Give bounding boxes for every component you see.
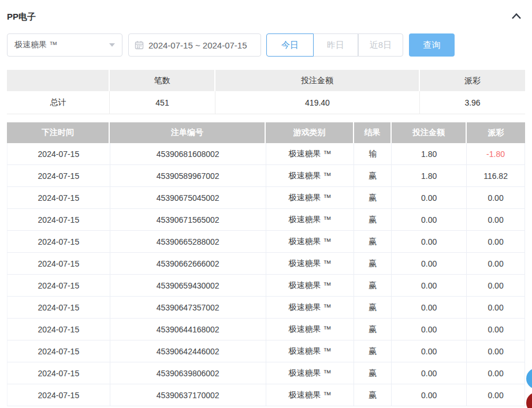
table-cell: 2024-07-15 bbox=[8, 362, 110, 384]
table-cell: 45390637170002 bbox=[110, 384, 266, 406]
table-cell: 0.00 bbox=[467, 209, 525, 230]
detail-column-header: 注单编号 bbox=[110, 122, 266, 143]
summary-column-header: 笔数 bbox=[110, 70, 215, 91]
table-cell: 0.00 bbox=[467, 253, 525, 274]
panel-header: PP电子 bbox=[7, 8, 524, 25]
table-cell: 0.00 bbox=[392, 209, 467, 230]
table-cell: 0.00 bbox=[467, 275, 525, 296]
table-cell: 116.82 bbox=[467, 165, 525, 186]
table-cell: 0.00 bbox=[467, 384, 525, 406]
table-cell: 2024-07-15 bbox=[8, 297, 110, 318]
table-row: 2024-07-1545390642446002极速糖果 ™赢0.000.00 bbox=[7, 340, 525, 362]
table-cell: 2024-07-15 bbox=[8, 275, 110, 296]
detail-header-row: 下注时间注单编号游戏类别结果投注金额派彩 bbox=[7, 122, 525, 143]
table-cell: 0.00 bbox=[392, 340, 467, 362]
table-cell: 2024-07-15 bbox=[8, 253, 110, 274]
detail-column-header: 派彩 bbox=[467, 122, 525, 143]
detail-table: 下注时间注单编号游戏类别结果投注金额派彩 2024-07-15453906816… bbox=[7, 122, 525, 406]
table-cell: 0.00 bbox=[392, 275, 467, 296]
table-cell: 1.80 bbox=[392, 165, 467, 186]
summary-total-count: 451 bbox=[110, 91, 215, 114]
panel-title: PP电子 bbox=[7, 12, 36, 23]
game-select[interactable]: 极速糖果 ™ bbox=[7, 33, 122, 57]
table-cell: 45390639806002 bbox=[110, 362, 266, 384]
table-cell: 极速糖果 ™ bbox=[266, 143, 355, 164]
table-cell: 1.80 bbox=[392, 143, 467, 164]
table-cell: 45390647357002 bbox=[110, 297, 266, 318]
table-cell: 0.00 bbox=[392, 319, 467, 340]
table-cell: 赢 bbox=[354, 297, 392, 318]
table-cell: 2024-07-15 bbox=[8, 143, 110, 164]
detail-column-header: 投注金额 bbox=[392, 122, 467, 143]
table-cell: 0.00 bbox=[467, 297, 525, 318]
table-cell: 0.00 bbox=[467, 362, 525, 384]
table-cell: 0.00 bbox=[392, 362, 467, 384]
table-cell: 45390681608002 bbox=[110, 143, 266, 164]
table-cell: 45390671565002 bbox=[110, 209, 266, 230]
table-cell: 0.00 bbox=[467, 340, 525, 362]
table-cell: 0.00 bbox=[467, 231, 525, 252]
table-cell: 极速糖果 ™ bbox=[266, 362, 355, 384]
table-cell: 极速糖果 ™ bbox=[266, 319, 355, 340]
table-cell: 极速糖果 ™ bbox=[266, 209, 355, 230]
table-cell: 极速糖果 ™ bbox=[266, 384, 355, 406]
table-cell: 2024-07-15 bbox=[8, 209, 110, 230]
table-row: 2024-07-1545390681608002极速糖果 ™输1.80-1.80 bbox=[7, 143, 525, 165]
blue-float-button[interactable] bbox=[526, 368, 532, 389]
date-range-picker[interactable]: 2024-07-15 ~ 2024-07-15 bbox=[128, 33, 261, 57]
yesterday-button[interactable]: 昨日 bbox=[314, 33, 358, 57]
table-cell: 2024-07-15 bbox=[8, 340, 110, 362]
table-cell: 0.00 bbox=[392, 253, 467, 274]
summary-header-row: 笔数 投注金额 派彩 bbox=[7, 70, 525, 91]
filters-bar: 极速糖果 ™ 2024-07-15 ~ 2024-07-15 今日 昨日 近8日… bbox=[7, 33, 455, 57]
table-cell: 2024-07-15 bbox=[8, 384, 110, 406]
table-row: 2024-07-1545390671565002极速糖果 ™赢0.000.00 bbox=[7, 209, 525, 231]
last-8-days-button[interactable]: 近8日 bbox=[358, 33, 403, 57]
table-row: 2024-07-1545390665288002极速糖果 ™赢0.000.00 bbox=[7, 231, 525, 253]
table-cell: 赢 bbox=[354, 384, 392, 406]
query-button[interactable]: 查询 bbox=[409, 33, 455, 57]
table-cell: 0.00 bbox=[392, 187, 467, 208]
table-row: 2024-07-1545390647357002极速糖果 ™赢0.000.00 bbox=[7, 297, 525, 319]
table-cell: 2024-07-15 bbox=[8, 231, 110, 252]
table-cell: 赢 bbox=[354, 319, 392, 340]
table-cell: 极速糖果 ™ bbox=[266, 297, 355, 318]
today-button[interactable]: 今日 bbox=[266, 33, 314, 57]
table-row: 2024-07-1545390644168002极速糖果 ™赢0.000.00 bbox=[7, 319, 525, 340]
table-row: 2024-07-1545390659430002极速糖果 ™赢0.000.00 bbox=[7, 275, 525, 297]
table-cell: 赢 bbox=[354, 362, 392, 384]
chevron-up-icon bbox=[511, 12, 522, 22]
table-row: 2024-07-1545390637170002极速糖果 ™赢0.000.00 bbox=[7, 384, 525, 406]
table-cell: 45390589967002 bbox=[110, 165, 266, 186]
table-cell: 0.00 bbox=[392, 297, 467, 318]
table-row: 2024-07-1545390675045002极速糖果 ™赢0.000.00 bbox=[7, 187, 525, 209]
detail-column-header: 下注时间 bbox=[7, 122, 110, 143]
collapse-panel-button[interactable] bbox=[509, 9, 524, 24]
table-cell: 赢 bbox=[354, 231, 392, 252]
table-cell: 0.00 bbox=[392, 231, 467, 252]
table-cell: 极速糖果 ™ bbox=[266, 275, 355, 296]
quick-date-buttons: 今日 昨日 近8日 bbox=[266, 33, 403, 57]
table-cell: 赢 bbox=[354, 253, 392, 274]
table-cell: 极速糖果 ™ bbox=[266, 187, 355, 208]
table-cell: 2024-07-15 bbox=[8, 165, 110, 186]
summary-column-header bbox=[7, 70, 110, 91]
table-cell: 0.00 bbox=[467, 187, 525, 208]
summary-total-row: 总计 451 419.40 3.96 bbox=[7, 91, 525, 114]
table-row: 2024-07-1545390639806002极速糖果 ™赢0.000.00 bbox=[7, 362, 525, 384]
summary-column-header: 投注金额 bbox=[215, 70, 420, 91]
table-cell: 极速糖果 ™ bbox=[266, 231, 355, 252]
summary-table: 笔数 投注金额 派彩 总计 451 419.40 3.96 bbox=[7, 70, 525, 114]
table-cell: 赢 bbox=[354, 275, 392, 296]
detail-table-body: 2024-07-1545390681608002极速糖果 ™输1.80-1.80… bbox=[7, 143, 525, 406]
table-cell: 45390644168002 bbox=[110, 319, 266, 340]
table-cell: 0.00 bbox=[467, 319, 525, 340]
table-row: 2024-07-1545390589967002极速糖果 ™赢1.80116.8… bbox=[7, 165, 525, 187]
detail-column-header: 结果 bbox=[354, 122, 392, 143]
table-cell: 2024-07-15 bbox=[8, 319, 110, 340]
table-cell: 赢 bbox=[354, 340, 392, 362]
table-cell: 赢 bbox=[354, 187, 392, 208]
detail-column-header: 游戏类别 bbox=[266, 122, 354, 143]
red-float-button[interactable] bbox=[526, 392, 532, 408]
table-cell: 45390659430002 bbox=[110, 275, 266, 296]
